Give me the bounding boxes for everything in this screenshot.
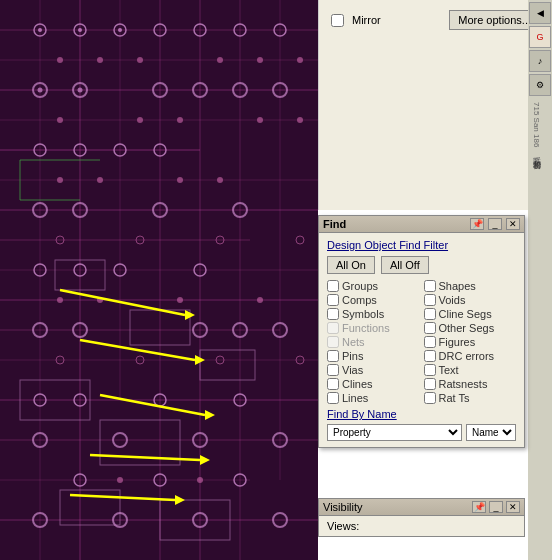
svg-point-96: [257, 297, 263, 303]
visibility-title: Visibility: [323, 501, 363, 513]
find-close-button[interactable]: ✕: [506, 218, 520, 230]
sidebar-icon-2[interactable]: G: [529, 26, 551, 48]
other-segs-checkbox[interactable]: [424, 322, 436, 334]
rat-ts-checkbox[interactable]: [424, 392, 436, 404]
find-item-figures: Figures: [424, 336, 517, 348]
find-titlebar: Find 📌 _ ✕: [319, 216, 524, 233]
find-item-vias: Vias: [327, 364, 420, 376]
all-on-button[interactable]: All On: [327, 256, 375, 274]
svg-point-76: [137, 57, 143, 63]
sidebar-icon-4[interactable]: ⚙: [529, 74, 551, 96]
find-item-cline-segs: Cline Segs: [424, 308, 517, 320]
sidebar-icon-3[interactable]: ♪: [529, 50, 551, 72]
all-off-button[interactable]: All Off: [381, 256, 429, 274]
find-item-symbols: Symbols: [327, 308, 420, 320]
svg-point-27: [78, 28, 82, 32]
find-titlebar-controls: 📌 _ ✕: [470, 218, 520, 230]
find-minimize-button[interactable]: _: [488, 218, 502, 230]
find-pin-button[interactable]: 📌: [470, 218, 484, 230]
find-item-pins: Pins: [327, 350, 420, 362]
top-panel: Mirror More options...: [318, 0, 552, 210]
figures-checkbox[interactable]: [424, 336, 436, 348]
find-item-nets: Nets: [327, 336, 420, 348]
find-btn-row: All On All Off: [327, 256, 516, 274]
visibility-titlebar: Visibility 📌 _ ✕: [319, 499, 524, 516]
find-dialog-title: Find: [323, 218, 346, 230]
find-items-grid: Groups Shapes Comps Voids Symbols Cline …: [327, 280, 516, 404]
find-item-text: Text: [424, 364, 517, 376]
find-filter-label[interactable]: Design Object Find Filter: [327, 239, 516, 251]
lines-checkbox[interactable]: [327, 392, 339, 404]
svg-point-88: [217, 177, 223, 183]
visibility-close-button[interactable]: ✕: [506, 501, 520, 513]
voids-checkbox[interactable]: [424, 294, 436, 306]
mirror-row: Mirror More options...: [319, 0, 552, 40]
visibility-content: Views:: [319, 516, 524, 536]
svg-point-37: [78, 88, 83, 93]
svg-point-29: [118, 28, 122, 32]
visibility-panel: Visibility 📌 _ ✕ Views:: [318, 498, 525, 537]
find-item-voids: Voids: [424, 294, 517, 306]
find-by-name-row: Property Name: [327, 424, 516, 441]
find-item-groups: Groups: [327, 280, 420, 292]
find-item-functions: Functions: [327, 322, 420, 334]
svg-point-78: [257, 57, 263, 63]
find-item-lines: Lines: [327, 392, 420, 404]
vias-checkbox[interactable]: [327, 364, 339, 376]
ratsnests-checkbox[interactable]: [424, 378, 436, 390]
svg-point-74: [57, 57, 63, 63]
svg-point-79: [297, 57, 303, 63]
find-item-other-segs: Other Segs: [424, 322, 517, 334]
find-item-clines: Clines: [327, 378, 420, 390]
shapes-checkbox[interactable]: [424, 280, 436, 292]
find-item-drc-errors: DRC errors: [424, 350, 517, 362]
svg-point-77: [217, 57, 223, 63]
groups-checkbox[interactable]: [327, 280, 339, 292]
svg-point-95: [177, 297, 183, 303]
find-item-shapes: Shapes: [424, 280, 517, 292]
sidebar-icon-1[interactable]: ◀: [529, 2, 551, 24]
symbols-checkbox[interactable]: [327, 308, 339, 320]
visibility-pin-button[interactable]: 📌: [472, 501, 486, 513]
pins-checkbox[interactable]: [327, 350, 339, 362]
svg-point-35: [38, 88, 43, 93]
cline-segs-checkbox[interactable]: [424, 308, 436, 320]
mirror-label: Mirror: [352, 14, 381, 26]
svg-point-86: [97, 177, 103, 183]
svg-point-25: [38, 28, 42, 32]
svg-point-80: [57, 117, 63, 123]
name-select[interactable]: Name: [466, 424, 516, 441]
visibility-minimize-button[interactable]: _: [489, 501, 503, 513]
svg-point-84: [297, 117, 303, 123]
find-dialog: Find 📌 _ ✕ Design Object Find Filter All…: [318, 215, 525, 448]
svg-point-93: [57, 297, 63, 303]
svg-point-101: [117, 477, 123, 483]
svg-point-82: [177, 117, 183, 123]
pcb-background: [0, 0, 318, 560]
views-label: Views:: [327, 520, 359, 532]
text-checkbox[interactable]: [424, 364, 436, 376]
svg-point-87: [177, 177, 183, 183]
svg-point-81: [137, 117, 143, 123]
property-select[interactable]: Property: [327, 424, 462, 441]
svg-point-94: [97, 297, 103, 303]
find-by-name-label[interactable]: Find By Name: [327, 408, 516, 420]
mirror-checkbox[interactable]: [331, 14, 344, 27]
svg-point-102: [197, 477, 203, 483]
svg-point-83: [257, 117, 263, 123]
drc-errors-checkbox[interactable]: [424, 350, 436, 362]
clines-checkbox[interactable]: [327, 378, 339, 390]
find-item-comps: Comps: [327, 294, 420, 306]
side-text: 715 San 186 联系: [528, 100, 543, 152]
functions-checkbox: [327, 322, 339, 334]
more-options-button[interactable]: More options...: [449, 10, 540, 30]
svg-point-75: [97, 57, 103, 63]
side-text-2: 和善胡: [528, 152, 543, 156]
comps-checkbox[interactable]: [327, 294, 339, 306]
find-content: Design Object Find Filter All On All Off…: [319, 233, 524, 447]
find-item-rat-ts: Rat Ts: [424, 392, 517, 404]
svg-point-85: [57, 177, 63, 183]
find-item-ratsnests: Ratsnests: [424, 378, 517, 390]
right-sidebar: ◀ G ♪ ⚙ 715 San 186 联系 和善胡: [528, 0, 552, 560]
nets-checkbox: [327, 336, 339, 348]
